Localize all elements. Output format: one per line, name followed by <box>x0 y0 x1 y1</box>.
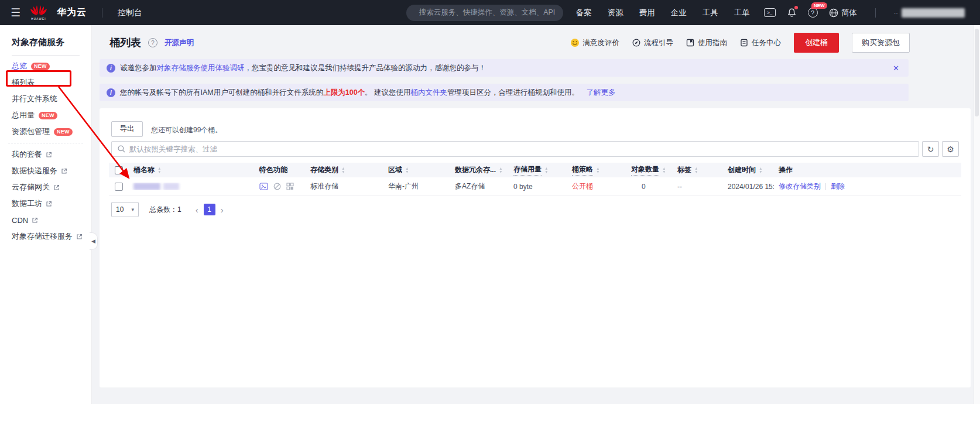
sort-icon[interactable]: ▲▼ <box>499 167 502 173</box>
menu-enterprise[interactable]: 企业 <box>671 8 687 18</box>
account-menu[interactable]: ·· <box>894 8 965 18</box>
sort-icon[interactable]: ▲▼ <box>662 167 666 173</box>
satisfaction-survey-button[interactable]: 满意度评价 <box>570 38 620 48</box>
notification-dot <box>794 6 798 9</box>
external-link-icon <box>53 184 60 191</box>
export-button[interactable]: 导出 <box>111 121 143 137</box>
folder-link[interactable]: 桶内文件夹 <box>411 88 448 97</box>
tags-cell: -- <box>673 183 723 191</box>
menu-billing[interactable]: 费用 <box>639 8 655 18</box>
manual-icon <box>686 39 694 47</box>
sort-icon[interactable]: ▲▼ <box>341 167 345 173</box>
process-guide-button[interactable]: 流程引导 <box>632 38 673 48</box>
survey-banner: i 诚邀您参加对象存储服务使用体验调研，您宝贵的意见和建议是我们持续提升产品体验… <box>100 59 909 77</box>
sort-icon[interactable]: ▲▼ <box>596 167 599 173</box>
redacted-bucket-name <box>133 183 160 190</box>
create-bucket-button[interactable]: 创建桶 <box>794 33 839 53</box>
hamburger-menu-icon[interactable]: ☰ <box>11 6 20 19</box>
topbar-divider <box>875 8 876 18</box>
sidebar-item-my-packages[interactable]: 我的套餐 <box>0 146 91 163</box>
sidebar-item-oms-migration[interactable]: 对象存储迁移服务 <box>0 228 91 245</box>
created-time-cell: 2024/01/26 15:0... <box>723 183 774 191</box>
col-created: 创建时间 <box>728 165 756 175</box>
language-switch[interactable]: 简体 <box>829 8 857 18</box>
sidebar-item-parallel-fs[interactable]: 并行文件系统 <box>0 91 91 107</box>
modify-storage-class-link[interactable]: 修改存储类别 <box>779 181 821 191</box>
console-link[interactable]: 控制台 <box>118 8 142 18</box>
sidebar-collapse-handle[interactable]: ◀ <box>90 232 98 250</box>
quota-banner: i 您的帐号及帐号下的所有IAM用户可创建的桶和并行文件系统的上限为100个。 … <box>100 84 909 101</box>
sort-icon[interactable]: ▲▼ <box>157 167 161 173</box>
sidebar-item-data-express[interactable]: 数据快递服务 <box>0 163 91 179</box>
sort-icon[interactable]: ▲▼ <box>759 167 762 173</box>
scrollbar-thumb[interactable] <box>975 29 979 116</box>
refresh-button[interactable]: ↻ <box>922 141 939 157</box>
huawei-logo[interactable]: HUAWEI <box>29 5 49 20</box>
sidebar-item-storage-gateway[interactable]: 云存储网关 <box>0 179 91 195</box>
help-icon[interactable]: ? NEW <box>808 8 818 18</box>
bucket-table: 桶名称▲▼ 特色功能 存储类别▲▼ 区域▲▼ 数据冗余存...▲▼ 存储用量▲▼… <box>109 163 961 196</box>
col-operation: 操作 <box>779 165 793 175</box>
sidebar-item-bucket-list[interactable]: 桶列表 <box>0 74 91 91</box>
table-search-input[interactable] <box>129 145 913 153</box>
brand-name[interactable]: 华为云 <box>57 6 87 19</box>
prev-page-button[interactable]: ‹ <box>196 205 198 215</box>
sidebar-item-resource-packages[interactable]: 资源包管理 NEW <box>0 123 91 140</box>
column-settings-button[interactable]: ⚙ <box>942 141 959 157</box>
bucket-name-cell[interactable] <box>129 183 255 190</box>
bucket-policy-cell[interactable]: 公开桶 <box>572 181 593 191</box>
title-help-icon[interactable]: ? <box>148 38 157 47</box>
menu-resources[interactable]: 资源 <box>608 8 623 18</box>
sort-icon[interactable]: ▲▼ <box>544 167 548 173</box>
banner-close-icon[interactable]: ✕ <box>890 64 902 73</box>
sidebar: 对象存储服务 总览 NEW 桶列表 并行文件系统 总用量 NEW 资源包管理 N… <box>0 25 92 404</box>
sort-icon[interactable]: ▲▼ <box>694 167 698 173</box>
table-search-box[interactable] <box>111 141 919 157</box>
user-guide-button[interactable]: 使用指南 <box>686 38 727 48</box>
row-checkbox[interactable] <box>115 183 123 191</box>
page-header: 桶列表 ? 开源声明 <box>109 33 194 53</box>
feature-icons <box>259 183 294 190</box>
sort-icon[interactable]: ▲▼ <box>405 167 409 173</box>
task-center-button[interactable]: 任务中心 <box>740 38 781 48</box>
quota-text-3: 管理项目区分，合理进行桶规划和使用。 <box>447 88 579 97</box>
survey-text-pre: 诚邀您参加 <box>120 64 157 72</box>
menu-beian[interactable]: 备案 <box>576 8 592 18</box>
buy-resource-package-button[interactable]: 购买资源包 <box>852 33 910 53</box>
header-actions: 满意度评价 流程引导 使用指南 <box>570 33 910 53</box>
select-all-checkbox[interactable] <box>115 166 123 174</box>
external-link-icon <box>32 217 38 224</box>
cli-terminal-icon[interactable]: >_ <box>764 8 776 17</box>
sidebar-item-overview[interactable]: 总览 NEW <box>0 58 91 74</box>
global-search[interactable]: 搜索云服务、快捷操作、资源、文档、API <box>406 5 563 21</box>
table-header-row: 桶名称▲▼ 特色功能 存储类别▲▼ 区域▲▼ 数据冗余存...▲▼ 存储用量▲▼… <box>109 163 961 177</box>
external-link-icon <box>76 234 83 240</box>
notifications-bell-icon[interactable] <box>787 8 797 18</box>
next-page-button[interactable]: › <box>221 205 224 215</box>
new-badge: NEW <box>39 112 57 119</box>
sidebar-menu: 总览 NEW 桶列表 并行文件系统 总用量 NEW 资源包管理 NEW 我的套餐 <box>0 58 91 245</box>
page-size-select[interactable]: 10 ▾ <box>111 202 139 217</box>
scrollbar-track[interactable] <box>974 25 980 404</box>
menu-tools[interactable]: 工具 <box>703 8 718 18</box>
col-redundancy: 数据冗余存... <box>455 165 496 175</box>
feature-grid-icon[interactable] <box>286 183 294 190</box>
learn-more-link[interactable]: 了解更多 <box>587 88 616 97</box>
sidebar-item-cdn[interactable]: CDN <box>0 212 91 228</box>
smiley-icon <box>570 38 580 47</box>
survey-link[interactable]: 对象存储服务使用体验调研 <box>157 64 245 72</box>
opensource-statement-link[interactable]: 开源声明 <box>165 38 194 48</box>
guide-compass-icon <box>632 39 640 47</box>
menu-tickets[interactable]: 工单 <box>734 8 750 18</box>
current-page-button[interactable]: 1 <box>204 204 215 215</box>
bucket-row[interactable]: 标准存储 华南-广州 多AZ存储 0 byte 公开桶 0 -- 2024/01… <box>109 177 961 196</box>
topbar-menu: 备案 资源 费用 企业 工具 工单 <box>576 8 750 18</box>
feature-image-icon[interactable] <box>259 183 268 190</box>
quota-highlight: 上限为100个 <box>323 88 365 97</box>
feature-circle-icon[interactable] <box>273 183 281 190</box>
sidebar-item-data-workshop[interactable]: 数据工坊 <box>0 195 91 212</box>
sidebar-item-total-usage[interactable]: 总用量 NEW <box>0 107 91 123</box>
quota-text-1: 您的帐号及帐号下的所有IAM用户可创建的桶和并行文件系统的 <box>120 88 323 97</box>
bucket-quota-hint: 您还可以创建99个桶。 <box>151 125 222 135</box>
delete-bucket-link[interactable]: 删除 <box>831 181 845 191</box>
